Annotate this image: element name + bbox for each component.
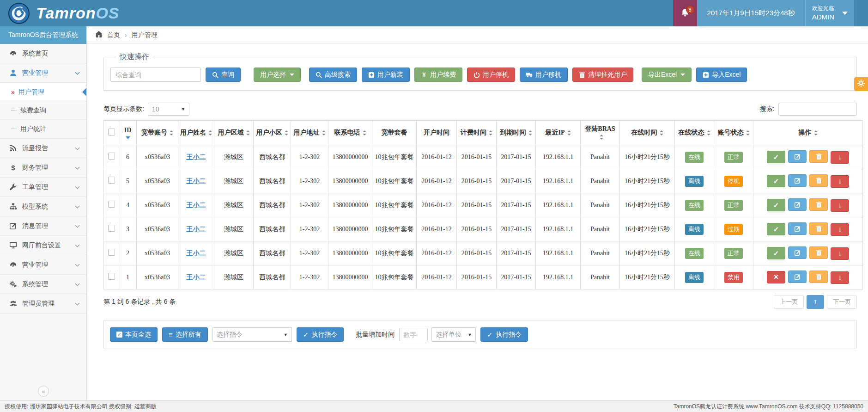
execute-command-button[interactable]: ✓ 执行指令 [297, 327, 344, 342]
row-checkbox[interactable] [108, 153, 115, 160]
action-download-button[interactable]: ↓ [831, 223, 849, 236]
column-header-在线状态[interactable]: 在线状态 [675, 121, 714, 145]
column-header-select[interactable] [104, 121, 119, 145]
row-checkbox[interactable] [108, 249, 115, 256]
quickop-button-导入Excel[interactable]: 导入Excel [696, 68, 747, 82]
action-trash-button[interactable] [809, 198, 828, 211]
select-all-button[interactable]: ≡ 选择所有 [162, 327, 208, 342]
breadcrumb-home[interactable]: 首页 [107, 31, 120, 39]
settings-gear-button[interactable] [854, 77, 868, 91]
sidebar-item-10[interactable]: 系统管理 [0, 275, 86, 294]
action-edit-button[interactable] [788, 198, 807, 211]
user-name-link[interactable]: 王小二 [187, 202, 206, 209]
column-header-到期时间[interactable]: 到期时间 [497, 121, 536, 145]
column-header-计费时间[interactable]: 计费时间 [457, 121, 497, 145]
user-name-link[interactable]: 王小二 [187, 226, 206, 233]
admin-menu-button[interactable]: 欢迎光临, ADMIN [805, 0, 854, 26]
row-checkbox[interactable] [108, 201, 115, 208]
action-trash-button[interactable] [809, 174, 828, 187]
row-checkbox[interactable] [108, 177, 115, 184]
column-header-操作[interactable]: 操作 [753, 121, 863, 145]
action-check-button[interactable]: ✓ [767, 175, 785, 187]
column-header-用户地址[interactable]: 用户地址 [291, 121, 328, 145]
action-edit-button[interactable] [788, 246, 807, 259]
action-check-button[interactable]: ✓ [767, 199, 785, 211]
action-download-button[interactable]: ↓ [831, 247, 849, 260]
column-header-联系电话[interactable]: 联系电话 [328, 121, 372, 145]
sidebar-item-3[interactable]: 流量报告 [0, 139, 86, 158]
action-download-button[interactable]: ↓ [831, 199, 849, 212]
column-header-用户小区[interactable]: 用户小区 [254, 121, 291, 145]
sidebar-item-11[interactable]: 管理员管理 [0, 294, 86, 314]
quickop-button-清理挂死用户[interactable]: 清理挂死用户 [572, 68, 633, 82]
action-edit-button[interactable] [788, 271, 807, 283]
action-download-button[interactable]: ↓ [831, 175, 849, 188]
action-edit-button[interactable] [788, 222, 807, 235]
quickop-button-用户续费[interactable]: ¥用户续费 [414, 68, 462, 82]
column-header-账号状态[interactable]: 账号状态 [714, 121, 753, 145]
sidebar-item-1[interactable]: 系统首页 [0, 44, 86, 63]
action-trash-button[interactable] [809, 150, 828, 163]
sidebar-collapse-button[interactable]: « [38, 386, 49, 397]
user-name-link[interactable]: 王小二 [187, 250, 206, 257]
sort-icon [246, 130, 250, 135]
action-trash-button[interactable] [809, 271, 828, 283]
notifications-button[interactable]: 8 [673, 0, 697, 26]
sidebar-item-9[interactable]: 营业管理 [0, 255, 86, 275]
command-select[interactable]: 选择指令▼ [212, 327, 292, 342]
user-name-link[interactable]: 王小二 [187, 154, 206, 160]
quickop-button-用户停机[interactable]: 用户停机 [467, 68, 515, 82]
per-page-select[interactable]: 10▼ [148, 103, 189, 116]
row-checkbox[interactable] [108, 273, 115, 280]
prev-page-button[interactable]: 上一页 [774, 295, 804, 309]
sidebar-item-7[interactable]: 消息管理 [0, 216, 86, 236]
sidebar-subitem-用户管理[interactable]: »用户管理 [0, 83, 86, 101]
quickop-button-导出Excel[interactable]: 导出Excel [642, 68, 692, 82]
user-name-link[interactable]: 王小二 [187, 178, 206, 184]
column-header-宽带套餐[interactable]: 宽带套餐 [372, 121, 417, 145]
quickop-button-高级搜索[interactable]: 高级搜索 [309, 68, 357, 82]
column-header-用户区域[interactable]: 用户区域 [214, 121, 254, 145]
select-all-checkbox[interactable] [108, 129, 115, 135]
id-cell: 6 [119, 145, 137, 169]
sidebar-item-5[interactable]: 工单管理 [0, 178, 86, 197]
action-check-button[interactable]: ✓ [767, 223, 785, 235]
column-header-开户时间[interactable]: 开户时间 [417, 121, 457, 145]
column-header-ID[interactable]: ID [119, 121, 137, 145]
action-trash-button[interactable] [809, 246, 828, 259]
action-x-button[interactable]: × [767, 271, 785, 283]
sidebar-item-8[interactable]: 网厅前台设置 [0, 236, 86, 255]
user-name-link[interactable]: 王小二 [187, 274, 206, 281]
action-edit-button[interactable] [788, 174, 807, 187]
action-download-button[interactable]: ↓ [831, 151, 849, 164]
quickop-button-用户新装[interactable]: 用户新装 [362, 68, 410, 82]
table-search-input[interactable] [778, 103, 857, 116]
column-header-用户姓名[interactable]: 用户姓名 [178, 121, 214, 145]
unit-select[interactable]: 选择单位▼ [431, 327, 476, 342]
column-header-最近IP[interactable]: 最近IP [536, 121, 581, 145]
execute-batch-button[interactable]: ✓ 执行指令 [480, 327, 528, 342]
select-page-button[interactable]: ✓ 本页全选 [110, 327, 158, 342]
quickop-button-用户移机[interactable]: 用户移机 [520, 68, 568, 82]
batch-number-input[interactable] [399, 328, 428, 341]
action-edit-button[interactable] [788, 150, 807, 163]
sidebar-subitem-用户统计[interactable]: 用户统计 [0, 120, 86, 138]
action-check-button[interactable]: ✓ [767, 151, 785, 163]
quickop-button-用户选择[interactable]: 用户选择 [254, 68, 301, 82]
action-trash-button[interactable] [809, 222, 828, 235]
quickop-button-查询[interactable]: 查询 [206, 68, 241, 82]
current-page-button[interactable]: 1 [807, 295, 824, 309]
column-header-在线时间[interactable]: 在线时间 [620, 121, 675, 145]
sidebar-item-4[interactable]: $财务管理 [0, 158, 86, 178]
footer: 授权使用: 潍坊家园驿站电子技术有限公司 授权级别: 运营商版 TamronOS… [0, 400, 868, 412]
sidebar-item-6[interactable]: 模型系统 [0, 197, 86, 216]
column-header-宽带账号[interactable]: 宽带账号 [137, 121, 178, 145]
row-checkbox[interactable] [108, 225, 115, 232]
column-header-登陆BRAS[interactable]: 登陆BRAS [581, 121, 620, 145]
sidebar-item-2[interactable]: 营业管理 [0, 63, 86, 83]
sidebar-subitem-续费查询[interactable]: 续费查询 [0, 101, 86, 120]
action-download-button[interactable]: ↓ [831, 271, 849, 284]
combined-search-input[interactable] [110, 68, 201, 82]
next-page-button[interactable]: 下一页 [827, 295, 857, 309]
action-check-button[interactable]: ✓ [767, 247, 785, 259]
